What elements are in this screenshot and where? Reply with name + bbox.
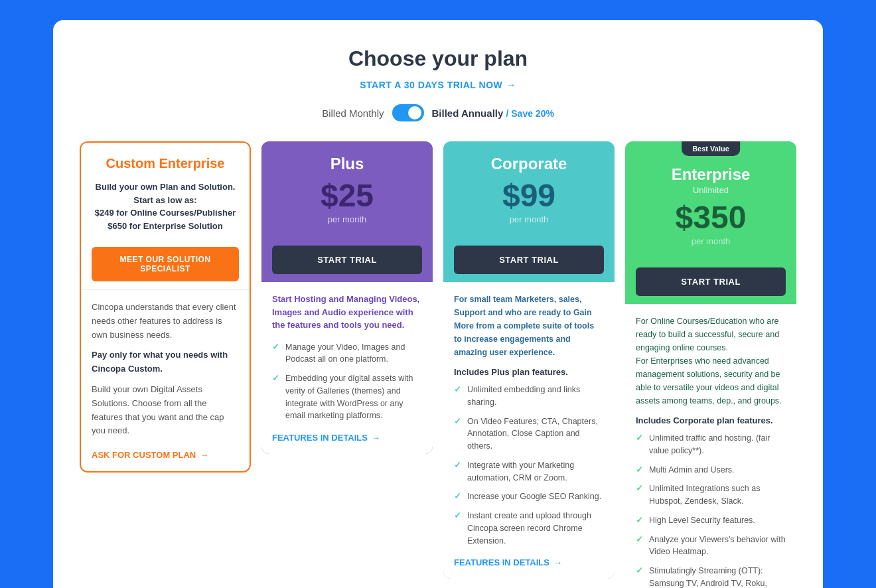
plus-plan-name: Plus (275, 155, 419, 173)
list-item: Unlimited embedding and links sharing. (454, 384, 604, 409)
billing-toggle: Billed Monthly Billed Annually / Save 20… (80, 104, 796, 121)
custom-card-body: Cincopa understands that every client ne… (81, 289, 250, 471)
corporate-features-list: Unlimited embedding and links sharing. O… (454, 384, 604, 547)
arrow-right-icon: → (506, 80, 516, 90)
corporate-card-header: Corporate $99 per month (443, 141, 615, 238)
enterprise-includes-label: Includes Corporate plan features. (636, 415, 786, 425)
main-container: Choose your plan START A 30 DAYS TRIAL N… (53, 20, 823, 588)
corporate-features-link[interactable]: FEATURES IN DETAILS → (454, 557, 562, 567)
plus-period: per month (275, 214, 419, 224)
meet-specialist-button[interactable]: MEET OUR SOLUTION SPECIALIST (92, 247, 239, 281)
list-item: Integrate with your Marketing automation… (454, 459, 604, 484)
custom-text3: Build your own Digital Assets Solutions.… (92, 383, 239, 438)
enterprise-unlimited-label: Unlimited (638, 185, 783, 195)
list-item: Analyze your Viewers's behavior with Vid… (636, 534, 786, 559)
save-badge: / Save 20% (506, 108, 553, 119)
enterprise-features-list: Unlimited traffic and hosting. (fair val… (636, 432, 786, 588)
custom-text2: Pay only for what you needs with Cincopa… (92, 348, 239, 376)
plus-features-link[interactable]: FEATURES IN DETAILS → (272, 433, 380, 443)
custom-plan-name: Custom Enterprise (94, 156, 236, 171)
custom-card-header: Custom Enterprise Build your own Plan an… (81, 143, 250, 239)
custom-enterprise-card: Custom Enterprise Build your own Plan an… (80, 141, 251, 473)
billing-monthly-label: Billed Monthly (322, 108, 384, 119)
plus-features-list: Manage your Video, Images and Podcast al… (272, 341, 422, 423)
corporate-card-body: For small team Marketers, sales, Support… (443, 282, 615, 579)
list-item: Unlimited Integrations such as Hubspot, … (636, 482, 786, 508)
billing-toggle-switch[interactable] (392, 104, 424, 121)
custom-text1: Cincopa understands that every client ne… (92, 301, 239, 342)
corporate-period: per month (457, 214, 601, 224)
enterprise-card-header: Enterprise Unlimited $350 per month (625, 141, 796, 259)
corporate-start-trial-button[interactable]: START TRIAL (454, 246, 604, 274)
list-item: Manage your Video, Images and Podcast al… (272, 341, 422, 366)
arrow-right-icon: → (553, 557, 562, 567)
arrow-right-icon: → (200, 450, 208, 460)
billing-annually-label: Billed Annually / Save 20% (432, 108, 554, 119)
corporate-intro: For small team Marketers, sales, Support… (454, 293, 604, 359)
arrow-right-icon: → (372, 433, 380, 443)
list-item: Stimulatingly Streaming (OTT): Samsung T… (636, 565, 786, 588)
enterprise-start-trial-button[interactable]: START TRIAL (636, 267, 786, 296)
plus-card-body: Start Hosting and Managing Videos, Image… (261, 282, 433, 454)
list-item: Instant create and upload through Cincop… (454, 510, 604, 547)
corporate-price: $99 (457, 180, 601, 212)
page-title: Choose your plan (80, 46, 796, 71)
list-item: High Level Security features. (636, 514, 786, 527)
best-value-badge: Best Value (682, 141, 740, 156)
plus-price: $25 (275, 180, 419, 212)
enterprise-period: per month (638, 236, 783, 246)
list-item: Embedding your digital assets with verit… (272, 372, 422, 422)
plus-desc: Start Hosting and Managing Videos, Image… (272, 293, 422, 332)
corporate-plan-name: Corporate (457, 155, 601, 173)
list-item: On Video Features; CTA, Chapters, Annota… (454, 415, 604, 453)
corporate-card: Corporate $99 per month START TRIAL For … (443, 141, 615, 579)
custom-desc: Build your own Plan and Solution. Start … (94, 181, 236, 232)
plus-card: Plus $25 per month START TRIAL Start Hos… (261, 141, 433, 454)
header: Choose your plan START A 30 DAYS TRIAL N… (80, 46, 796, 91)
enterprise-card: Best Value Enterprise Unlimited $350 per… (625, 141, 796, 588)
plus-start-trial-button[interactable]: START TRIAL (272, 246, 422, 274)
corporate-includes-label: Includes Plus plan features. (454, 367, 604, 377)
plans-grid: Custom Enterprise Build your own Plan an… (80, 141, 796, 588)
enterprise-card-body: For Online Courses/Education who are rea… (625, 304, 796, 588)
ask-custom-plan-link[interactable]: ASK FOR CUSTOM PLAN → (92, 450, 208, 460)
trial-link[interactable]: START A 30 DAYS TRIAL NOW → (360, 80, 516, 90)
enterprise-plan-name: Enterprise (638, 165, 783, 184)
enterprise-price: $350 (638, 202, 783, 234)
list-item: Multi Admin and Users. (636, 464, 786, 477)
list-item: Unlimited traffic and hosting. (fair val… (636, 432, 786, 457)
enterprise-intro: For Online Courses/Education who are rea… (636, 315, 786, 407)
list-item: Increase your Google SEO Ranking. (454, 490, 604, 503)
plus-card-header: Plus $25 per month (261, 141, 433, 238)
